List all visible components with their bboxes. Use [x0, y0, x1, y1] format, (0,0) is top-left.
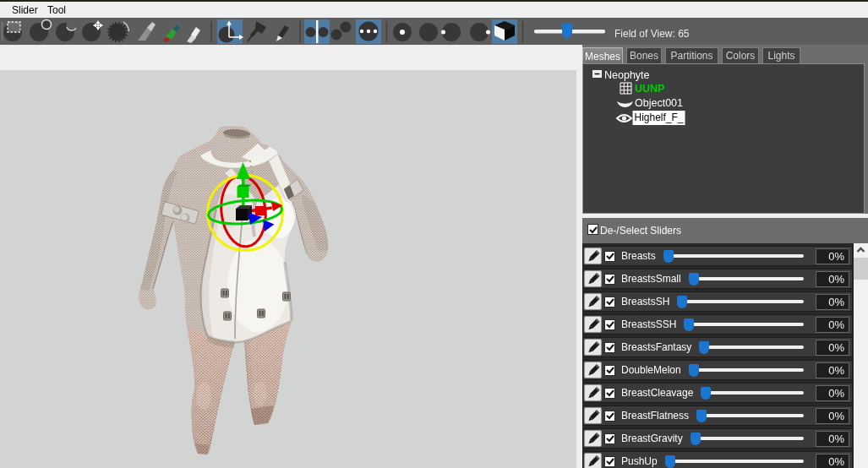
svg-text:UUNP: UUNP [635, 83, 664, 95]
svg-text:Highelf_F_: Highelf_F_ [635, 112, 684, 123]
svg-text:Object001: Object001 [635, 97, 683, 109]
svg-text:Neophyte: Neophyte [604, 69, 650, 81]
